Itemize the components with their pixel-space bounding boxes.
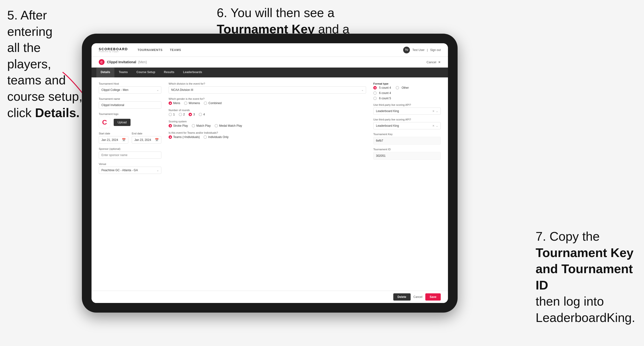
- tab-teams[interactable]: Teams: [114, 68, 132, 77]
- scoring-stroke-radio[interactable]: [168, 124, 172, 127]
- division-select[interactable]: NCAA Division III: [168, 86, 366, 94]
- gender-combined-radio[interactable]: [204, 101, 207, 105]
- tab-leaderboards[interactable]: Leaderboards: [179, 68, 206, 77]
- cancel-button-top[interactable]: Cancel ✕: [426, 60, 441, 64]
- save-button[interactable]: Save: [425, 293, 441, 301]
- tournament-name-input[interactable]: [99, 101, 161, 109]
- rounds-1-radio[interactable]: [168, 113, 172, 116]
- team-type-teams-radio[interactable]: [168, 135, 172, 139]
- delete-button[interactable]: Delete: [393, 293, 411, 301]
- middle-column: Which division is the event for? NCAA Di…: [168, 82, 366, 286]
- format-type-section: Format type 5 count 4 Other: [373, 82, 441, 100]
- end-date-input[interactable]: Jan 23, 2024 📅: [132, 136, 161, 144]
- gender-mens[interactable]: Mens: [168, 101, 180, 105]
- format-other-radio[interactable]: [396, 86, 399, 89]
- tablet-screen: SCOREBOARD Powered by clippd TOURNAMENTS…: [92, 43, 448, 303]
- tab-course-setup[interactable]: Course Setup: [132, 68, 160, 77]
- footer-bar: Delete Cancel Save: [92, 291, 448, 303]
- user-avatar: TU: [403, 47, 410, 53]
- rounds-3[interactable]: 3: [188, 113, 195, 116]
- rounds-radio-group: 1 2 3 4: [168, 113, 366, 116]
- sign-out-link[interactable]: Sign out: [430, 48, 441, 52]
- venue-select[interactable]: Peachtree GC - Atlanta - GA: [99, 167, 161, 174]
- brand-subtitle: Powered by clippd: [99, 51, 128, 53]
- third-party-live-field-1: Use third-party live scoring API? Leader…: [373, 103, 441, 115]
- division-field: Which division is the event for? NCAA Di…: [168, 82, 366, 94]
- rounds-4[interactable]: 4: [199, 113, 205, 116]
- third-party-clear-2[interactable]: ✕: [432, 124, 434, 127]
- navbar-links: TOURNAMENTS TEAMS: [138, 48, 181, 52]
- format-other[interactable]: Other: [396, 86, 409, 89]
- gender-womens[interactable]: Womens: [184, 101, 200, 105]
- tournament-title: C Clippd Invitational (Men): [99, 59, 147, 65]
- third-party-field-actions-1: ✕ ⌄: [432, 110, 438, 113]
- scoring-match-radio[interactable]: [192, 124, 195, 127]
- start-date-calendar-icon: 📅: [122, 138, 126, 142]
- scoring-stroke[interactable]: Stroke Play: [168, 124, 188, 127]
- team-type-teams[interactable]: Teams (+Individuals): [168, 135, 200, 139]
- team-type-individuals-radio[interactable]: [204, 135, 207, 139]
- logo-preview: C: [99, 117, 110, 128]
- tournament-name-field: Tournament name: [99, 97, 161, 109]
- tournament-header: C Clippd Invitational (Men) Cancel ✕: [92, 57, 448, 68]
- gender-mens-radio[interactable]: [168, 101, 172, 105]
- start-date-label: Start date: [99, 132, 128, 135]
- tab-details[interactable]: Details: [96, 68, 114, 77]
- format-5count4[interactable]: 5 count 4: [373, 86, 391, 89]
- division-label: Which division is the event for?: [168, 82, 366, 85]
- sponsor-label: Sponsor (optional): [99, 147, 161, 150]
- format-5count4-radio[interactable]: [373, 86, 377, 89]
- format-type-label: Format type: [373, 82, 441, 85]
- third-party-live-select-1[interactable]: Leaderboard King ✕ ⌄: [373, 108, 441, 115]
- sponsor-field: Sponsor (optional): [99, 147, 161, 159]
- third-party-live-select-2[interactable]: Leaderboard King ✕ ⌄: [373, 122, 441, 129]
- date-row: Start date Jan 21, 2024 📅 End date Jan 2…: [99, 132, 161, 144]
- chevron-down-icon-1: ⌄: [436, 110, 438, 113]
- tournament-host-label: Tournament Host: [99, 82, 161, 85]
- third-party-clear-1[interactable]: ✕: [432, 110, 434, 113]
- venue-field: Venue Peachtree GC - Atlanta - GA: [99, 163, 161, 174]
- tournament-host-field: Tournament Host Clippd College - Men: [99, 82, 161, 94]
- start-date-field: Start date Jan 21, 2024 📅: [99, 132, 128, 144]
- tournament-host-select[interactable]: Clippd College - Men: [99, 86, 161, 94]
- rounds-4-radio[interactable]: [199, 113, 202, 116]
- gender-womens-radio[interactable]: [184, 101, 187, 105]
- rounds-3-radio[interactable]: [188, 113, 192, 116]
- cancel-button-footer[interactable]: Cancel: [414, 295, 422, 299]
- close-icon: ✕: [438, 60, 441, 64]
- format-6count5[interactable]: 6 count 5: [373, 97, 441, 100]
- scoring-match[interactable]: Match Play: [192, 124, 210, 127]
- team-type-individuals[interactable]: Individuals Only: [204, 135, 228, 139]
- third-party-live-field-2: Use third-party live scoring API? Leader…: [373, 118, 441, 129]
- format-6count4[interactable]: 6 count 4: [373, 91, 441, 95]
- third-party-field-actions-2: ✕ ⌄: [432, 124, 438, 127]
- tournament-id-field: Tournament ID 302051: [373, 148, 441, 160]
- tournament-id-value: 302051: [373, 152, 441, 160]
- gender-combined[interactable]: Combined: [204, 101, 222, 105]
- left-column: Tournament Host Clippd College - Men Tou…: [99, 82, 161, 286]
- rounds-label: Number of rounds: [168, 109, 366, 112]
- third-party-live-label-2: Use third-party live scoring API?: [373, 118, 441, 121]
- rounds-1[interactable]: 1: [168, 113, 175, 116]
- scoring-medal-match-radio[interactable]: [214, 124, 218, 127]
- team-type-label: Is this event for Teams and/or Individua…: [168, 131, 366, 134]
- tournament-key-field: Tournament Key 6efb7: [373, 133, 441, 145]
- start-date-input[interactable]: Jan 21, 2024 📅: [99, 136, 128, 144]
- tournament-logo-field: Tournament logo C Upload: [99, 113, 161, 128]
- scoring-medal-match[interactable]: Medal Match Play: [214, 124, 242, 127]
- rounds-2-radio[interactable]: [179, 113, 182, 116]
- venue-label: Venue: [99, 163, 161, 166]
- rounds-2[interactable]: 2: [179, 113, 185, 116]
- tournament-host-select-wrapper: Clippd College - Men: [99, 86, 161, 94]
- format-6count4-radio[interactable]: [373, 91, 377, 95]
- tab-results[interactable]: Results: [160, 68, 179, 77]
- scoring-field: Scoring system Stroke Play Match Play: [168, 120, 366, 127]
- upload-button[interactable]: Upload: [114, 119, 130, 126]
- end-date-label: End date: [132, 132, 161, 135]
- nav-tournaments[interactable]: TOURNAMENTS: [138, 48, 162, 52]
- nav-teams[interactable]: TEAMS: [170, 48, 181, 52]
- tablet-device: SCOREBOARD Powered by clippd TOURNAMENTS…: [82, 34, 458, 313]
- sponsor-input[interactable]: [99, 152, 161, 159]
- sign-out-separator: |: [427, 48, 428, 52]
- format-6count5-radio[interactable]: [373, 97, 377, 100]
